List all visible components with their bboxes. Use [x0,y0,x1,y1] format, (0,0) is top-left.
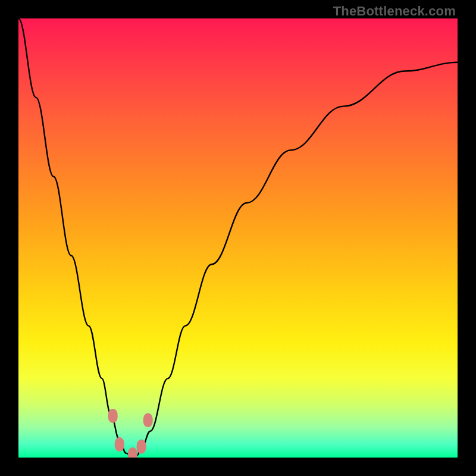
curve-markers [108,409,153,458]
bottleneck-curve [18,18,458,458]
curve-marker [108,409,118,423]
curve-plot [18,18,458,458]
curve-marker [115,437,124,452]
curve-marker [143,413,153,427]
watermark-text: TheBottleneck.com [333,4,456,19]
plot-area [18,18,458,458]
curve-marker [137,440,146,454]
curve-marker [128,447,137,458]
chart-frame: TheBottleneck.com [0,0,476,476]
